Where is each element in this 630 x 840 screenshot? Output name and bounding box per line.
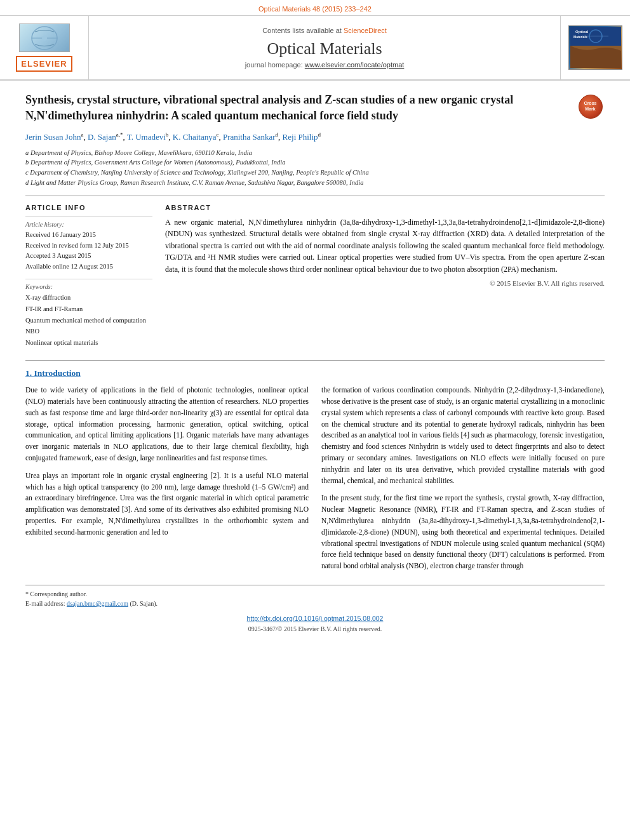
keyword-3: Quantum mechanical method of computation <box>25 315 152 326</box>
corresponding-author-note: * Corresponding author. <box>25 589 605 599</box>
journal-title: Optical Materials <box>267 39 382 58</box>
abstract-label: ABSTRACT <box>165 204 605 211</box>
introduction-section: 1. Introduction Due to wide variety of a… <box>25 360 605 578</box>
intro-para-1: Due to wide variety of applications in t… <box>25 385 309 464</box>
author-jerin[interactable]: Jerin Susan John <box>25 133 81 142</box>
accepted-date: Accepted 3 August 2015 <box>25 251 152 262</box>
journal-cover-label: Optical Materials <box>570 27 621 69</box>
abstract-text: A new organic material, N,N'dimethylurea… <box>165 217 605 276</box>
header-section: ELSEVIER Contents lists available at Sci… <box>0 16 630 81</box>
email-note: E-mail address: dsajan.bmc@gmail.com (D.… <box>25 599 605 608</box>
svg-text:Materials: Materials <box>573 35 587 39</box>
homepage-link[interactable]: www.elsevier.com/locate/optmat <box>305 61 405 69</box>
keywords-label: Keywords: <box>25 283 152 290</box>
footnote-area: * Corresponding author. E-mail address: … <box>25 585 605 608</box>
affiliation-d: d Light and Matter Physics Group, Raman … <box>25 178 605 188</box>
affiliation-a: a Department of Physics, Bishop Moore Co… <box>25 148 605 158</box>
journal-bar-text: Optical Materials 48 (2015) 233–242 <box>258 5 372 13</box>
affiliations: a Department of Physics, Bishop Moore Co… <box>25 148 605 188</box>
available-date: Available online 12 August 2015 <box>25 262 152 272</box>
author-sajan[interactable]: D. Sajan <box>88 133 116 142</box>
svg-text:Optical: Optical <box>575 30 589 34</box>
crossmark-badge[interactable]: CrossMark <box>576 92 605 121</box>
intro-para-4: In the present study, for the first time… <box>321 493 605 572</box>
introduction-heading: 1. Introduction <box>25 368 605 378</box>
keywords-block: Keywords: X-ray diffraction FT-IR and FT… <box>25 279 152 349</box>
elsevier-logo-image <box>19 23 70 52</box>
keyword-4: NBO <box>25 326 152 337</box>
intro-col-right: the formation of various coordination co… <box>321 385 605 578</box>
keyword-2: FT-IR and FT-Raman <box>25 303 152 315</box>
journal-homepage: journal homepage: www.elsevier.com/locat… <box>245 61 405 69</box>
affiliation-c: c Department of Chemistry, Nanjing Unive… <box>25 168 605 178</box>
intro-para-3: the formation of various coordination co… <box>321 385 605 486</box>
footer-links: http://dx.doi.org/10.1016/j.optmat.2015.… <box>25 613 605 632</box>
elsevier-wordmark: ELSEVIER <box>16 56 72 72</box>
abstract-column: ABSTRACT A new organic material, N,N'dim… <box>165 204 605 349</box>
author-chaitanya[interactable]: K. Chaitanya <box>173 133 217 142</box>
header-left: ELSEVIER <box>0 16 89 79</box>
journal-bar: Optical Materials 48 (2015) 233–242 <box>0 0 630 16</box>
affiliation-b: b Department of Physics, Government Arts… <box>25 157 605 168</box>
email-link[interactable]: dsajan.bmc@gmail.com <box>67 600 128 607</box>
sciencedirect-notice: Contents lists available at ScienceDirec… <box>262 27 387 34</box>
header-right: Optical Materials <box>560 16 630 79</box>
sciencedirect-link[interactable]: ScienceDirect <box>344 27 387 34</box>
introduction-body: Due to wide variety of applications in t… <box>25 385 605 578</box>
keyword-5: Nonlinear optical materials <box>25 337 152 349</box>
article-title: Synthesis, crystal structure, vibrationa… <box>25 92 605 124</box>
article-info-label: ARTICLE INFO <box>25 204 152 211</box>
article-body: Synthesis, crystal structure, vibrationa… <box>0 81 630 645</box>
article-info-column: ARTICLE INFO Article history: Received 1… <box>25 204 152 349</box>
intro-para-2: Urea plays an important role in organic … <box>25 470 309 538</box>
received-revised-date: Received in revised form 12 July 2015 <box>25 241 152 251</box>
journal-cover-thumbnail: Optical Materials <box>568 25 622 70</box>
article-history-block: Article history: Received 16 January 201… <box>25 217 152 272</box>
issn-line: 0925-3467/© 2015 Elsevier B.V. All right… <box>25 625 605 632</box>
received-date: Received 16 January 2015 <box>25 230 152 241</box>
author-reji[interactable]: Reji Philip <box>283 133 318 142</box>
header-center: Contents lists available at ScienceDirec… <box>89 16 560 79</box>
author-pranitha[interactable]: Pranitha Sankar <box>223 133 276 142</box>
doi-link[interactable]: http://dx.doi.org/10.1016/j.optmat.2015.… <box>247 615 384 622</box>
article-info-abstract-row: ARTICLE INFO Article history: Received 1… <box>25 196 605 349</box>
crossmark-icon: CrossMark <box>579 95 603 119</box>
keyword-1: X-ray diffraction <box>25 292 152 303</box>
article-history-label: Article history: <box>25 221 152 228</box>
intro-col-left: Due to wide variety of applications in t… <box>25 385 309 578</box>
author-umadevi[interactable]: T. Umadevi <box>127 133 166 142</box>
copyright-line: © 2015 Elsevier B.V. All rights reserved… <box>165 279 605 287</box>
authors-line: Jerin Susan Johna, D. Sajana,*, T. Umade… <box>25 131 605 142</box>
svg-point-2 <box>42 36 47 41</box>
